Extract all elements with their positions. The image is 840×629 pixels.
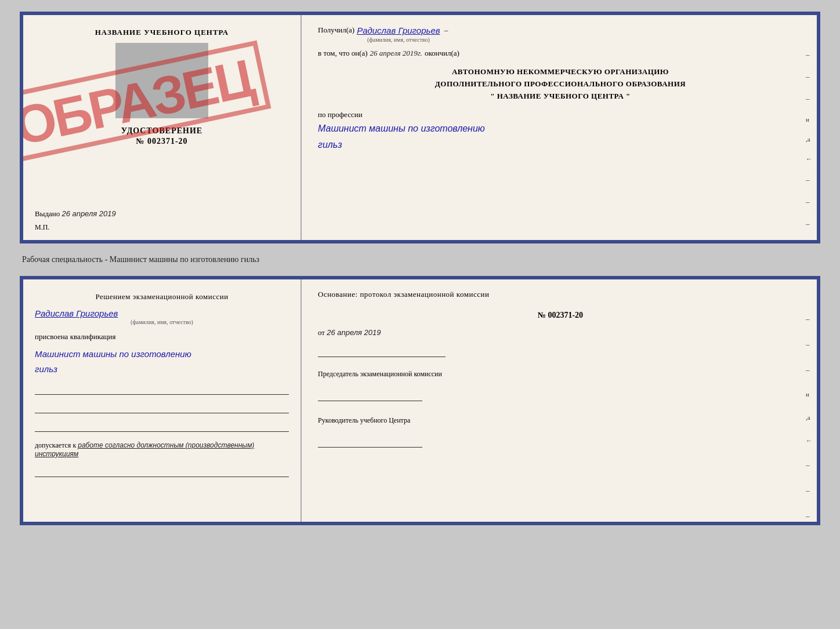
issued-date: 26 апреля 2019 [62, 209, 116, 218]
protocol-date-row: от 26 апреля 2019 [318, 328, 803, 337]
chairman-line [318, 391, 422, 401]
top-document: НАЗВАНИЕ УЧЕБНОГО ЦЕНТРА УДОСТОВЕРЕНИЕ №… [20, 12, 820, 243]
bottom-right-dashes: – – – и ,а ← – – – [806, 314, 812, 521]
chairman-title: Председатель экзаменационной комиссии [318, 369, 803, 379]
recipient-name: Радислав Григорьев [357, 26, 440, 35]
org-line1: АВТОНОМНУЮ НЕКОММЕРЧЕСКУЮ ОРГАНИЗАЦИЮ [318, 66, 803, 78]
mp-label: М.П. [35, 223, 289, 232]
head-title: Руководитель учебного Центра [318, 415, 803, 426]
underline1 [35, 384, 289, 395]
bottom-profession-block: Машинист машины по изготовлению гильз [35, 346, 289, 376]
bottom-profession: Машинист машины по изготовлению [35, 347, 289, 361]
profession-label: по профессии [318, 110, 363, 119]
profession-text: Машинист машины по изготовлению [318, 122, 803, 136]
bottom-name-row: Радислав Григорьев (фамилия, имя, отчест… [35, 308, 289, 325]
top-left-title: НАЗВАНИЕ УЧЕБНОГО ЦЕНТРА [35, 28, 289, 37]
cert-label: УДОСТОВЕРЕНИЕ [35, 126, 289, 136]
photo-placeholder [115, 43, 208, 118]
date-underline [318, 347, 446, 357]
org-name: " НАЗВАНИЕ УЧЕБНОГО ЦЕНТРА " [318, 90, 803, 103]
head-line [318, 437, 422, 448]
underline3 [35, 421, 289, 432]
recipient-name-container: Радислав Григорьев (фамилия, имя, отчест… [357, 26, 440, 43]
fio-subtitle: (фамилия, имя, отчество) [357, 37, 440, 43]
completed-label: окончил(а) [425, 49, 459, 58]
underline4 [35, 467, 289, 477]
bottom-fio-sub: (фамилия, имя, отчество) [35, 319, 289, 325]
cert-number: № 002371-20 [35, 137, 289, 146]
underline2 [35, 403, 289, 413]
bottom-profession2: гильз [35, 362, 289, 376]
protocol-date: 26 апреля 2019 [327, 328, 381, 337]
bottom-doc-right: Основание: протокол экзаменационной коми… [302, 279, 817, 522]
date-label: от [318, 328, 325, 337]
bottom-doc-left: Решением экзаменационной комиссии Радисл… [23, 279, 302, 522]
recipient-row: Получил(а) Радислав Григорьев (фамилия, … [318, 26, 803, 43]
org-line2: ДОПОЛНИТЕЛЬНОГО ПРОФЕССИОНАЛЬНОГО ОБРАЗО… [318, 78, 803, 90]
dash1: – [443, 26, 448, 35]
bottom-left-title: Решением экзаменационной комиссии [35, 292, 289, 301]
caption-row: Рабочая специальность - Машинист машины … [20, 254, 820, 266]
bottom-document: Решением экзаменационной комиссии Радисл… [20, 276, 820, 525]
bottom-name: Радислав Григорьев [35, 308, 118, 318]
caption-text: Рабочая специальность - Машинист машины … [22, 255, 259, 264]
top-doc-right: Получил(а) Радислав Григорьев (фамилия, … [302, 15, 817, 240]
допуск-label: допускается к [35, 441, 76, 449]
received-label: Получил(а) [318, 26, 354, 35]
top-doc-left: НАЗВАНИЕ УЧЕБНОГО ЦЕНТРА УДОСТОВЕРЕНИЕ №… [23, 15, 302, 240]
protocol-number: № 002371-20 [318, 311, 803, 320]
assigned-label: присвоена квалификация [35, 332, 289, 341]
in-that-label: в том, что он(а) [318, 49, 368, 58]
completion-date: 26 апреля 2019г. [370, 49, 422, 58]
допуск-block: допускается к работе согласно должностны… [35, 441, 289, 459]
cert-issued: Выдано 26 апреля 2019 [35, 209, 289, 219]
profession-text2: гильз [318, 138, 803, 152]
issued-label: Выдано [35, 209, 60, 218]
completion-row: в том, что он(а) 26 апреля 2019г. окончи… [318, 49, 803, 58]
basis-label: Основание: протокол экзаменационной коми… [318, 290, 803, 299]
profession-block: по профессии Машинист машины по изготовл… [318, 110, 803, 152]
org-block: АВТОНОМНУЮ НЕКОММЕРЧЕСКУЮ ОРГАНИЗАЦИЮ ДО… [318, 66, 803, 102]
right-dashes: – – – и ,а ← – – – [806, 50, 812, 228]
